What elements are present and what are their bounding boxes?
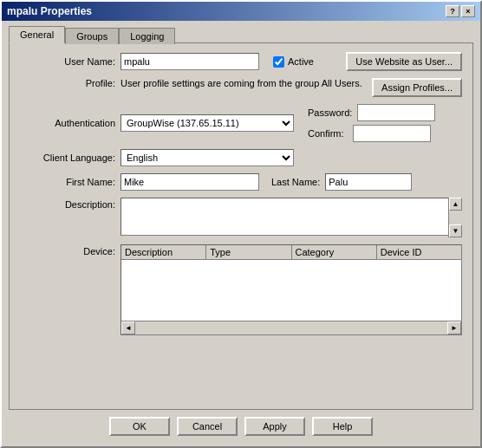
description-label: Description:	[20, 199, 115, 210]
profile-text: User profile settings are coming from th…	[120, 78, 367, 88]
col-type: Type	[206, 245, 291, 259]
description-input[interactable]	[120, 198, 462, 236]
active-label: Active	[288, 56, 314, 67]
help-dialog-button[interactable]: Help	[312, 417, 373, 436]
general-panel: User Name: Active Use Website as User...…	[9, 42, 473, 410]
last-name-label: Last Name:	[271, 177, 320, 187]
device-label-row: Device: Description Type Category Device…	[20, 244, 462, 335]
col-device-id: Device ID	[377, 245, 461, 259]
client-language-select[interactable]: English	[120, 149, 294, 166]
assign-profiles-button[interactable]: Assign Profiles...	[372, 78, 462, 97]
client-language-row: Client Language: English	[20, 149, 462, 166]
active-checkbox-row: Active	[273, 56, 314, 68]
help-button[interactable]: ?	[446, 5, 459, 17]
tab-general[interactable]: General	[9, 26, 65, 43]
scroll-up-btn[interactable]: ▲	[449, 198, 462, 211]
window-title: mpalu Properties	[7, 5, 92, 17]
authentication-label: Authentication	[20, 118, 115, 128]
user-name-label: User Name:	[20, 56, 115, 67]
first-name-label: First Name:	[20, 177, 115, 187]
confirm-row: Confirm:	[308, 125, 435, 142]
password-row: Password:	[308, 104, 435, 121]
col-description: Description	[121, 245, 206, 259]
grid-header: Description Type Category Device ID	[121, 245, 461, 260]
user-name-input[interactable]	[120, 53, 259, 70]
password-label: Password:	[308, 107, 352, 118]
apply-button[interactable]: Apply	[244, 417, 305, 436]
main-window: mpalu Properties ? × General Groups Logg…	[0, 0, 482, 448]
horizontal-scrollbar: ◄ ►	[121, 321, 461, 334]
tab-groups[interactable]: Groups	[65, 28, 119, 44]
col-category: Category	[292, 245, 377, 259]
scroll-down-btn[interactable]: ▼	[449, 224, 462, 237]
use-website-button[interactable]: Use Website as User...	[346, 52, 462, 71]
cancel-button[interactable]: Cancel	[177, 417, 238, 436]
user-name-row: User Name: Active Use Website as User...	[20, 52, 462, 71]
last-name-input[interactable]	[325, 173, 412, 191]
tab-bar: General Groups Logging	[9, 26, 473, 42]
description-scrollbar: ▲ ▼	[448, 198, 462, 237]
grid-body[interactable]	[121, 260, 461, 321]
device-section: Device: Description Type Category Device…	[20, 244, 462, 400]
content-area: General Groups Logging User Name: Active…	[2, 21, 480, 446]
bottom-buttons: OK Cancel Apply Help	[9, 410, 473, 439]
close-button[interactable]: ×	[461, 5, 475, 17]
description-row: Description: ▲ ▼	[20, 198, 462, 237]
description-container: ▲ ▼	[120, 198, 462, 237]
confirm-input[interactable]	[353, 125, 431, 142]
active-checkbox[interactable]	[273, 56, 284, 68]
title-bar: mpalu Properties ? ×	[2, 2, 480, 21]
device-label: Device:	[20, 246, 115, 256]
confirm-label: Confirm:	[308, 128, 344, 139]
first-name-input[interactable]	[120, 173, 259, 191]
ok-button[interactable]: OK	[109, 417, 170, 436]
authentication-row: Authentication GroupWise (137.65.15.11) …	[20, 104, 462, 142]
hscroll-track[interactable]	[135, 321, 447, 334]
hscroll-right-btn[interactable]: ►	[447, 321, 461, 334]
authentication-select[interactable]: GroupWise (137.65.15.11)	[120, 114, 294, 132]
tab-logging[interactable]: Logging	[119, 28, 175, 44]
password-input[interactable]	[357, 104, 435, 121]
client-language-label: Client Language:	[20, 153, 115, 163]
name-row: First Name: Last Name:	[20, 173, 462, 191]
title-bar-controls: ? ×	[446, 5, 475, 17]
profile-row: Profile: User profile settings are comin…	[20, 78, 462, 97]
hscroll-left-btn[interactable]: ◄	[121, 321, 135, 334]
device-grid: Description Type Category Device ID ◄ ►	[120, 244, 462, 335]
password-section: Password: Confirm:	[308, 104, 435, 142]
profile-label: Profile:	[20, 78, 115, 88]
